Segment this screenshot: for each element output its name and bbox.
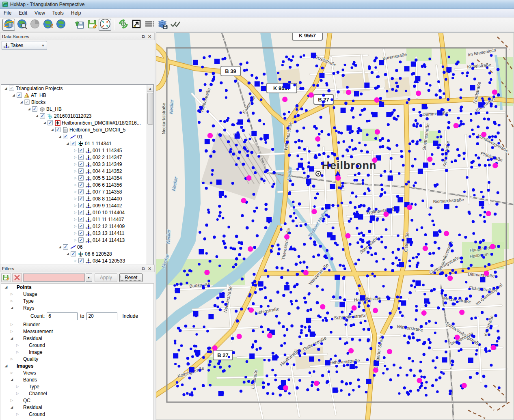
expand-icon[interactable]: ▷ (15, 392, 20, 395)
filter-row-measurement[interactable]: ▷Measurement (1, 328, 153, 335)
filter-row-residual[interactable]: ◢Residual (1, 404, 153, 411)
tree-checkbox[interactable]: ✓ (78, 175, 84, 181)
menu-view[interactable]: View (31, 9, 49, 17)
tree-row[interactable]: ▷✓005 5 114354 (1, 174, 153, 181)
scroll-up-icon[interactable]: ▲ (147, 85, 153, 92)
tree-row[interactable]: ◢✓06 6 120528 (1, 250, 153, 257)
tree-row[interactable]: ▷✓001 1 114345 (1, 147, 153, 154)
collapse-icon[interactable]: ◢ (58, 135, 62, 138)
tree-row[interactable]: ▷✓008 8 114400 (1, 195, 153, 202)
menu-tools[interactable]: Tools (49, 9, 67, 17)
tree-row[interactable]: ◢✓Heilbronn5cm_DMCIII##1/18/2016... (1, 119, 153, 126)
menu-file[interactable]: File (0, 9, 15, 17)
tree-checkbox[interactable]: ✓ (78, 258, 84, 263)
tree-checkbox[interactable]: ✓ (78, 230, 84, 236)
tree-row[interactable]: ◢✓20160318112023 (1, 112, 153, 119)
validate-button[interactable] (169, 19, 181, 31)
collapse-icon[interactable]: ◢ (42, 121, 47, 125)
filter-row-points[interactable]: ◢Points (1, 284, 153, 291)
expand-icon[interactable]: ▷ (73, 197, 78, 200)
expand-icon[interactable]: ▷ (73, 183, 78, 187)
expand-icon[interactable]: ▷ (9, 330, 14, 333)
expand-icon[interactable]: ▷ (9, 398, 14, 402)
export-button[interactable] (130, 19, 143, 31)
list-button[interactable] (143, 19, 155, 31)
expand-icon[interactable]: ▷ (15, 350, 20, 354)
filter-row-residual[interactable]: ◢Residual (1, 335, 153, 342)
expand-icon[interactable]: ▷ (9, 371, 14, 375)
tree-checkbox[interactable]: ✓ (17, 93, 22, 98)
tree-row[interactable]: ◢✓Triangulation Projects (1, 85, 153, 92)
tree-row[interactable]: ◢✓Heilbronn_5cm_DMCIII_5 (1, 126, 153, 133)
tree-row[interactable]: ▷✓010 10 114404 (1, 209, 153, 216)
tree-row[interactable]: ▷✓009 9 114402 (1, 202, 153, 209)
tree-row[interactable]: ▷✓007 7 114358 (1, 188, 153, 195)
globe-search-button[interactable] (15, 19, 28, 31)
tree-row[interactable]: ◢✓06 (1, 243, 153, 250)
close-panel-icon[interactable]: ✕ (147, 266, 153, 271)
tree-row[interactable]: ▷✓013 13 114411 (1, 230, 153, 237)
collapse-icon[interactable]: ◢ (4, 364, 9, 368)
apply-button[interactable]: Apply (95, 274, 117, 282)
count-to-input[interactable] (86, 312, 117, 320)
expand-icon[interactable]: ▷ (73, 162, 78, 166)
tree-checkbox[interactable]: ✓ (78, 196, 84, 201)
layers-save-button[interactable] (156, 19, 168, 31)
tree-row[interactable]: ▷✓006 6 114356 (1, 181, 153, 188)
filter-row-ground[interactable]: ▷Ground (1, 342, 153, 349)
filter-row-ground[interactable]: ▷Ground (1, 411, 153, 418)
filter-row-usage[interactable]: ▷Usage (1, 291, 153, 297)
chevron-down-icon[interactable]: ▼ (86, 274, 92, 282)
tree-checkbox[interactable]: ✓ (71, 141, 76, 146)
fit-view-button[interactable] (99, 19, 111, 31)
collapse-icon[interactable]: ◢ (9, 336, 14, 340)
filter-row-qc[interactable]: ▷QC (1, 397, 153, 404)
tree-checkbox[interactable]: ✓ (40, 113, 45, 118)
tree-checkbox[interactable]: ✓ (78, 217, 84, 222)
expand-icon[interactable]: ▷ (73, 149, 78, 152)
tree-row[interactable]: ◢✓01 (1, 133, 153, 140)
collapse-icon[interactable]: ◢ (65, 142, 70, 145)
collapse-icon[interactable]: ◢ (19, 100, 24, 104)
map-view[interactable]: NeckartalstraßeHafenstraßeKalistraßeEtze… (156, 32, 514, 420)
expand-icon[interactable]: ▷ (73, 155, 78, 159)
tree-checkbox[interactable]: ✓ (78, 203, 84, 208)
save-edit-button[interactable] (86, 19, 98, 31)
tree-row[interactable]: ▷✓003 3 114349 (1, 161, 153, 168)
collapse-icon[interactable]: ◢ (11, 93, 16, 97)
takes-combo[interactable]: Takes ▼ (2, 41, 47, 50)
expand-icon[interactable]: ▷ (73, 224, 78, 228)
filter-name-combo[interactable] (23, 274, 85, 282)
tree-checkbox[interactable]: ✓ (32, 106, 37, 112)
tree-checkbox[interactable]: ✓ (63, 134, 68, 139)
tree-row[interactable]: ▷✓004 4 114352 (1, 168, 153, 174)
tree-checkbox[interactable]: ✓ (78, 210, 84, 215)
filter-row-views[interactable]: ▷Views (1, 369, 153, 376)
refresh-target-button[interactable] (117, 19, 130, 31)
tree-row[interactable]: ◢✓Blocks (1, 99, 153, 106)
expand-icon[interactable]: ▷ (15, 343, 20, 347)
expand-icon[interactable]: ▷ (9, 323, 14, 326)
tree-checkbox[interactable]: ✓ (78, 182, 84, 187)
expand-icon[interactable]: ▷ (73, 169, 78, 173)
filter-row-type[interactable]: ▷Type (1, 297, 153, 304)
collapse-icon[interactable]: ◢ (9, 378, 14, 381)
count-from-input[interactable] (47, 312, 78, 320)
tree-row[interactable]: ◢✓01 1 114341 (1, 140, 153, 147)
tree-checkbox[interactable]: ✓ (71, 251, 76, 256)
tree-row[interactable]: ▷✓012 12 114409 (1, 223, 153, 230)
tree-row[interactable]: ▷✓002 2 114347 (1, 154, 153, 161)
tree-checkbox[interactable]: ✓ (78, 237, 84, 243)
tree-checkbox[interactable]: ✓ (78, 162, 84, 167)
float-panel-icon[interactable]: ⧉ (140, 34, 147, 39)
collapse-icon[interactable]: ◢ (58, 245, 62, 249)
tree-checkbox[interactable]: ✓ (78, 155, 84, 160)
tree-checkbox[interactable]: ✓ (48, 120, 53, 125)
filter-row-blunder[interactable]: ▷Blunder (1, 321, 153, 328)
expand-icon[interactable]: ▷ (73, 204, 78, 207)
collapse-icon[interactable]: ◢ (65, 252, 70, 256)
expand-icon[interactable]: ▷ (9, 299, 14, 303)
expand-icon[interactable]: ▷ (73, 176, 78, 180)
expand-icon[interactable]: ▷ (73, 211, 78, 214)
filter-row-image[interactable]: ▷Image (1, 349, 153, 355)
